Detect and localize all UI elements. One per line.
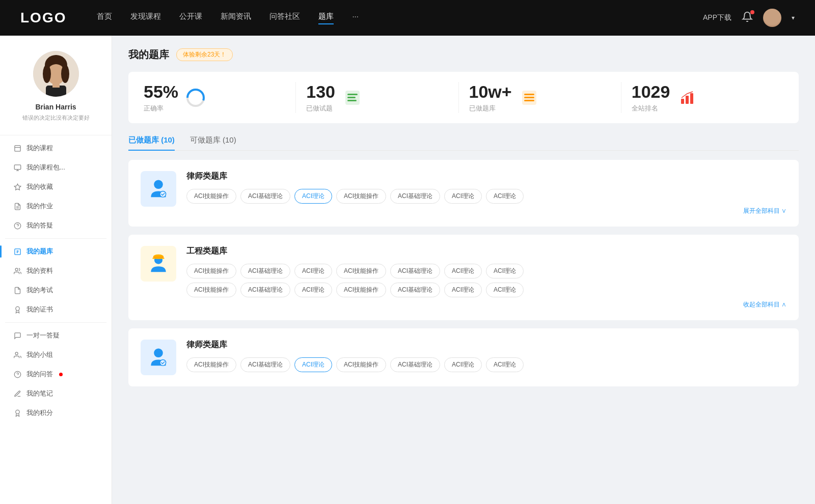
qbank-2-tag-11[interactable]: ACI技能操作	[336, 283, 386, 297]
sidebar-item-certificates[interactable]: 我的证书	[5, 300, 106, 319]
svg-rect-45	[152, 258, 164, 259]
qbank-2-tag-1[interactable]: ACI技能操作	[186, 264, 236, 278]
user-menu-chevron[interactable]: ▾	[792, 14, 795, 21]
qbank-1-expand-link[interactable]: 展开全部科目 ∨	[743, 207, 786, 215]
qbank-2-tag-4[interactable]: ACI技能操作	[336, 264, 386, 278]
stat-accuracy: 55% 正确率	[144, 82, 296, 113]
sidebar-item-courses[interactable]: 我的课程	[5, 138, 106, 158]
qbank-2-title: 工程类题库	[186, 246, 786, 257]
lawyer-icon-2	[147, 346, 170, 369]
qbank-1-tag-6[interactable]: ACI理论	[444, 189, 482, 204]
trial-badge: 体验剩余23天！	[176, 48, 233, 61]
svg-point-21	[15, 268, 18, 270]
qbank-2-tag-5[interactable]: ACI基础理论	[390, 264, 440, 278]
sidebar-item-packages[interactable]: 我的课程包...	[5, 158, 106, 177]
sidebar-item-groups[interactable]: 我的小组	[5, 345, 106, 365]
qbank-1-tag-2[interactable]: ACI基础理论	[240, 189, 290, 204]
svg-point-22	[15, 306, 19, 311]
user-avatar[interactable]	[763, 9, 781, 27]
qbank-1-tag-4[interactable]: ACI技能操作	[336, 189, 386, 204]
sidebar-question-bank-label: 我的题库	[26, 247, 53, 256]
qbank-2-tag-2[interactable]: ACI基础理论	[240, 264, 290, 278]
engineer-icon	[147, 253, 170, 275]
sidebar-item-exams[interactable]: 我的考试	[5, 281, 106, 300]
svg-rect-30	[347, 94, 358, 95]
qbank-2-tag-3[interactable]: ACI理论	[294, 264, 332, 278]
qbank-1-tags: ACI技能操作 ACI基础理论 ACI理论 ACI技能操作 ACI基础理论 AC…	[186, 189, 786, 204]
qbank-2-tag-6[interactable]: ACI理论	[444, 264, 482, 278]
stat-accuracy-icon	[185, 88, 206, 108]
groups-icon	[13, 351, 21, 359]
qbank-1-tag-3[interactable]: ACI理论	[294, 189, 332, 204]
qbank-1-tag-7[interactable]: ACI理论	[486, 189, 524, 204]
sidebar-item-question-bank[interactable]: 我的题库	[5, 242, 106, 261]
sidebar-item-one-on-one[interactable]: 一对一答疑	[5, 326, 106, 345]
sidebar-item-points[interactable]: 我的积分	[5, 403, 106, 423]
qbank-2-footer: 收起全部科目 ∧	[186, 300, 786, 309]
sidebar-profile-label: 我的资料	[26, 266, 53, 275]
sidebar-divider-1	[0, 135, 112, 135]
qbank-3-tag-3[interactable]: ACI理论	[294, 357, 332, 372]
qbank-2-icon-wrap	[141, 246, 176, 282]
qbank-2-tag-8[interactable]: ACI技能操作	[186, 283, 236, 297]
notification-bell[interactable]	[742, 11, 753, 24]
qbank-3-tag-6[interactable]: ACI理论	[444, 357, 482, 372]
stat-done-questions: 130 已做试题	[296, 82, 458, 113]
qbank-2-tag-13[interactable]: ACI理论	[444, 283, 482, 297]
lawyer-icon	[147, 178, 170, 200]
sidebar-user-name: Brian Harris	[35, 103, 76, 111]
nav-open-course[interactable]: 公开课	[179, 12, 202, 24]
favorites-icon	[13, 183, 21, 191]
qbank-3-icon-wrap	[141, 340, 176, 375]
sidebar-groups-label: 我的小组	[26, 350, 53, 359]
qbank-3-tags: ACI技能操作 ACI基础理论 ACI理论 ACI技能操作 ACI基础理论 AC…	[186, 357, 786, 372]
sidebar-certificates-label: 我的证书	[26, 305, 53, 314]
sidebar-courses-label: 我的课程	[26, 144, 53, 153]
qbank-2-tag-14[interactable]: ACI理论	[486, 283, 524, 297]
nav-question-bank[interactable]: 题库	[318, 12, 334, 24]
sidebar-item-my-qa[interactable]: 我的问答	[5, 365, 106, 384]
svg-rect-39	[690, 93, 693, 104]
svg-rect-31	[347, 97, 356, 98]
sidebar-item-homework[interactable]: 我的作业	[5, 197, 106, 216]
profile-icon	[13, 267, 21, 275]
qbank-1-footer: 展开全部科目 ∨	[186, 207, 786, 215]
qbank-2-collapse-link[interactable]: 收起全部科目 ∧	[743, 300, 786, 309]
nav-more[interactable]: ···	[352, 12, 359, 24]
qbank-3-tag-1[interactable]: ACI技能操作	[186, 357, 236, 372]
sidebar-item-notes[interactable]: 我的笔记	[5, 384, 106, 403]
qbank-3-tag-4[interactable]: ACI技能操作	[336, 357, 386, 372]
qbank-2-tag-10[interactable]: ACI理论	[294, 283, 332, 297]
qbank-1-tag-1[interactable]: ACI技能操作	[186, 189, 236, 204]
stat-done-questions-label: 已做试题	[306, 104, 335, 113]
nav-links: 首页 发现课程 公开课 新闻资讯 问答社区 题库 ···	[97, 12, 703, 24]
qbank-1-tag-5[interactable]: ACI基础理论	[390, 189, 440, 204]
sidebar-menu: 我的课程 我的课程包... 我的收藏 我的作业	[0, 138, 112, 423]
qa-icon	[13, 221, 21, 230]
tab-done-banks[interactable]: 已做题库 (10)	[128, 135, 175, 150]
qbank-3-tag-5[interactable]: ACI基础理论	[390, 357, 440, 372]
qbank-2-tag-7[interactable]: ACI理论	[486, 264, 524, 278]
sidebar-favorites-label: 我的收藏	[26, 182, 53, 191]
notification-dot	[750, 10, 754, 14]
tab-available-banks[interactable]: 可做题库 (10)	[190, 135, 236, 150]
app-download-link[interactable]: APP下载	[703, 13, 731, 22]
sidebar-item-qa[interactable]: 我的答疑	[5, 216, 106, 235]
nav-qa[interactable]: 问答社区	[269, 12, 300, 24]
sidebar-item-profile[interactable]: 我的资料	[5, 261, 106, 281]
svg-rect-6	[52, 82, 60, 88]
my-qa-icon	[13, 370, 21, 378]
qbank-3-tag-2[interactable]: ACI基础理论	[240, 357, 290, 372]
stat-rank-label: 全站排名	[632, 104, 670, 113]
nav-home[interactable]: 首页	[97, 12, 112, 24]
svg-point-47	[160, 359, 166, 366]
qbank-3-tag-7[interactable]: ACI理论	[486, 357, 524, 372]
qbank-2-tag-9[interactable]: ACI基础理论	[240, 283, 290, 297]
qbank-1-icon-wrap	[141, 171, 176, 207]
qbank-2-tags-row1: ACI技能操作 ACI基础理论 ACI理论 ACI技能操作 ACI基础理论 AC…	[186, 264, 786, 278]
nav-news[interactable]: 新闻资讯	[221, 12, 251, 24]
svg-rect-36	[524, 100, 534, 101]
qbank-2-tag-12[interactable]: ACI基础理论	[390, 283, 440, 297]
sidebar-item-favorites[interactable]: 我的收藏	[5, 177, 106, 197]
nav-discover[interactable]: 发现课程	[130, 12, 161, 24]
